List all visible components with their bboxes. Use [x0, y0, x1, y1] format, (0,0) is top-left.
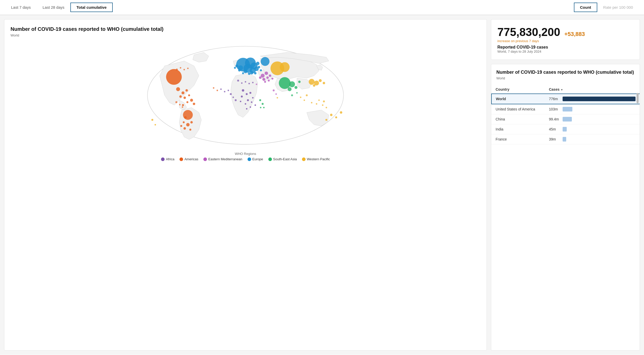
svg-point-92 [318, 99, 320, 101]
row-cases-bar: 103m [545, 104, 640, 114]
legend-label-europe: Europe [252, 157, 263, 161]
svg-point-61 [259, 77, 262, 79]
stats-increase-label: increase on previous 7 days [497, 39, 633, 43]
svg-point-15 [248, 72, 251, 75]
table-row[interactable]: China 99.4m [491, 114, 640, 124]
svg-point-41 [288, 87, 291, 91]
svg-point-100 [228, 90, 229, 91]
svg-point-111 [180, 67, 181, 69]
tab-last-7-days[interactable]: Last 7 days [5, 3, 37, 12]
svg-point-27 [190, 99, 193, 101]
svg-point-116 [182, 106, 183, 108]
svg-point-82 [273, 89, 275, 91]
svg-point-58 [264, 71, 268, 75]
tabs-left: Last 7 days Last 28 days Total cumulativ… [5, 3, 113, 12]
table-row[interactable]: United States of America 103m [491, 104, 640, 114]
bar-track [563, 127, 636, 132]
svg-point-76 [250, 106, 251, 108]
svg-point-74 [252, 97, 254, 99]
tab-last-28-days[interactable]: Last 28 days [37, 3, 70, 12]
svg-point-26 [188, 94, 190, 96]
svg-point-22 [182, 91, 184, 94]
svg-point-88 [304, 99, 305, 101]
svg-point-10 [256, 62, 259, 65]
tab-total-cumulative[interactable]: Total cumulative [70, 3, 113, 12]
table-row[interactable]: World 776m [491, 94, 640, 104]
svg-point-43 [298, 81, 301, 83]
table-row[interactable]: France 39m [491, 134, 640, 144]
row-cases-bar: 39m [545, 134, 640, 144]
svg-point-38 [180, 125, 182, 127]
row-cases-value: 776m [549, 97, 561, 101]
svg-point-113 [187, 68, 189, 69]
svg-point-62 [269, 74, 271, 77]
row-country: China [491, 114, 545, 124]
svg-point-91 [316, 103, 317, 105]
svg-point-107 [248, 83, 250, 84]
svg-point-68 [249, 92, 251, 94]
svg-point-102 [232, 97, 234, 98]
svg-point-59 [262, 78, 265, 81]
svg-point-114 [175, 101, 177, 103]
svg-point-40 [289, 81, 295, 87]
americas-dot [179, 157, 183, 161]
svg-point-33 [184, 127, 186, 130]
svg-point-112 [184, 69, 185, 70]
legend-label-eastern-med: Eastern Mediterranean [208, 157, 242, 161]
svg-point-24 [185, 89, 188, 92]
svg-point-39 [279, 77, 291, 89]
col-cases[interactable]: Cases ▼ [545, 85, 640, 94]
row-country: France [491, 134, 545, 144]
svg-point-28 [186, 101, 188, 103]
scrollbar-thumb[interactable] [637, 93, 639, 103]
svg-point-14 [254, 72, 257, 74]
table-row[interactable]: India 45m [491, 124, 640, 134]
tab-count[interactable]: Count [574, 3, 597, 12]
table-scroll: Country Cases ▼ World [491, 85, 640, 144]
legend-item-americas: Americas [179, 157, 198, 161]
row-cases-bar: 45m [545, 124, 640, 134]
svg-point-64 [264, 81, 266, 83]
legend-label-western-pacific: Western Pacific [307, 157, 330, 161]
stats-meta: World, 7 days to 28 July 2024 [497, 50, 633, 53]
svg-point-13 [258, 66, 260, 68]
svg-point-36 [184, 116, 187, 119]
main-layout: Number of COVID-19 cases reported to WHO… [0, 15, 644, 355]
legend-area: WHO Regions Africa Americas Eastern Medi… [11, 152, 480, 161]
svg-point-104 [237, 80, 239, 82]
eastern-med-dot [203, 157, 207, 161]
row-cases-bar: 776m [545, 94, 640, 104]
svg-point-17 [260, 69, 262, 71]
svg-point-94 [323, 100, 325, 102]
svg-point-31 [183, 110, 193, 120]
scrollbar-track[interactable] [637, 85, 639, 144]
svg-point-56 [155, 124, 156, 126]
svg-point-12 [238, 69, 241, 72]
svg-point-70 [247, 99, 249, 101]
svg-point-86 [296, 92, 298, 94]
svg-point-49 [313, 84, 316, 87]
svg-point-99 [224, 91, 225, 92]
map-chart-title: Number of COVID-19 cases reported to WHO… [11, 26, 480, 32]
table-card: Number of COVID-19 cases reported to WHO… [491, 64, 640, 351]
western-pacific-dot [302, 157, 306, 161]
row-country: World [491, 94, 545, 104]
bar-track [563, 117, 636, 122]
svg-point-106 [245, 81, 246, 83]
svg-point-78 [259, 99, 261, 101]
legend-label-south-east-asia: South-East Asia [273, 157, 297, 161]
svg-point-73 [240, 101, 241, 102]
bar-fill [563, 127, 567, 132]
svg-point-30 [182, 104, 184, 106]
europe-dot [248, 157, 251, 161]
svg-point-89 [306, 94, 308, 96]
legend-label-americas: Americas [184, 157, 198, 161]
svg-point-109 [256, 83, 257, 85]
table-card-header: Number of COVID-19 cases reported to WHO… [491, 69, 640, 83]
svg-point-42 [295, 86, 297, 89]
africa-dot [161, 157, 165, 161]
svg-point-98 [220, 88, 222, 90]
row-country: India [491, 124, 545, 134]
svg-point-25 [184, 97, 186, 99]
tab-rate-per-100k[interactable]: Rate per 100 000 [597, 3, 639, 12]
